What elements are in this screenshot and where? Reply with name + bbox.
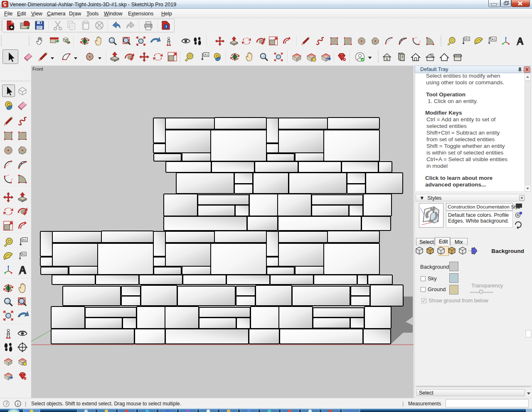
svg-text:Sky: Sky <box>428 275 437 282</box>
svg-text:Construction Documentation Sty: Construction Documentation Sty <box>448 204 518 210</box>
svg-text:Background: Background <box>420 264 449 270</box>
svg-text:A1: A1 <box>204 53 208 56</box>
svg-text:A1: A1 <box>23 238 27 242</box>
svg-text:Default face colors. Profile: Default face colors. Profile <box>448 212 509 218</box>
svg-text:Show ground from below: Show ground from below <box>429 297 488 304</box>
svg-text:A1: A1 <box>492 37 496 41</box>
svg-text:A1: A1 <box>466 37 469 40</box>
svg-text:Transparency: Transparency <box>471 283 503 289</box>
svg-text:Background: Background <box>491 248 524 254</box>
svg-text:Edges. White background.: Edges. White background. <box>448 218 509 224</box>
svg-text:Ground: Ground <box>428 286 446 292</box>
svg-text:A1: A1 <box>22 252 25 256</box>
